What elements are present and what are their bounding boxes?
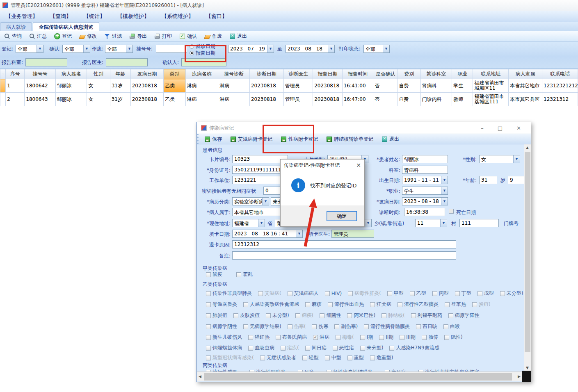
checkbox-icon[interactable] <box>333 346 338 351</box>
chevron-down-icon[interactable]: ▼ <box>383 45 389 52</box>
close-icon[interactable]: ✕ <box>356 162 361 169</box>
table-cell[interactable]: 教师 <box>452 93 473 106</box>
onset-date-picker[interactable]: 2023 - 08 - 18▼ <box>402 197 448 205</box>
void-filter-select[interactable]: 全部▼ <box>105 45 133 53</box>
chevron-down-icon[interactable]: ▼ <box>441 176 448 184</box>
column-header[interactable]: 报告时间 <box>342 69 373 79</box>
chevron-down-icon[interactable]: ▼ <box>37 45 43 52</box>
case-class-select[interactable]: 实验室诊断病▼ <box>232 197 269 205</box>
disease-checkbox[interactable]: 猩红热 <box>248 334 270 341</box>
column-header[interactable]: 类别 <box>164 69 185 79</box>
checkbox-icon[interactable] <box>472 302 477 307</box>
column-header[interactable]: 挂号诊断 <box>218 69 250 79</box>
disease-checkbox[interactable]: 利福平耐药 <box>411 312 442 319</box>
scroll-up-icon[interactable]: ▲ <box>524 144 530 151</box>
table-cell[interactable]: 1 <box>6 79 25 93</box>
column-header[interactable]: 挂号号 <box>25 69 56 79</box>
table-cell[interactable]: 1800643 <box>25 93 56 106</box>
disease-checkbox[interactable]: 流行性感冒 <box>206 369 237 371</box>
diag-time-input[interactable]: 16:38:38 <box>404 208 445 216</box>
menu-item[interactable]: 【业务管理】 <box>6 13 38 20</box>
checkbox-icon[interactable] <box>444 335 449 340</box>
patient-name-input[interactable]: 邹丽冰 <box>402 155 448 163</box>
disease-checkbox[interactable]: 痢疾( <box>295 312 314 319</box>
tab-patient-visit[interactable]: 病人就诊 <box>0 22 32 31</box>
checkbox-icon[interactable] <box>312 324 317 329</box>
disease-checkbox[interactable]: 中型 <box>325 354 341 361</box>
checkbox-checked-icon[interactable]: ✓ <box>313 335 318 340</box>
checkbox-icon[interactable] <box>347 313 352 318</box>
card-no-input[interactable]: 10323 <box>232 155 288 163</box>
chevron-down-icon[interactable]: ▼ <box>441 198 448 205</box>
menu-item[interactable]: 【模板维护】 <box>117 13 149 20</box>
checkbox-icon[interactable] <box>206 324 211 329</box>
disease-checkbox[interactable]: 传染性非典型肺炎 <box>206 290 252 297</box>
checkbox-icon[interactable] <box>260 356 265 360</box>
checkbox-icon[interactable] <box>416 324 421 329</box>
checkbox-icon[interactable] <box>295 313 300 318</box>
checkbox-icon[interactable] <box>328 302 333 307</box>
disease-checkbox[interactable]: 甲型 <box>387 290 404 297</box>
checkbox-icon[interactable] <box>348 291 353 296</box>
disease-checkbox[interactable]: 麻疹 <box>305 301 322 308</box>
checkbox-icon[interactable] <box>448 313 453 318</box>
disease-checkbox[interactable]: 危重型) <box>370 354 393 361</box>
checkbox-icon[interactable] <box>206 272 211 277</box>
checkbox-icon[interactable] <box>364 324 369 329</box>
print-status-select[interactable]: 全部▼ <box>363 45 390 53</box>
column-header[interactable]: 病人姓名 <box>55 69 87 79</box>
disease-checkbox[interactable]: 未分型) <box>360 344 384 351</box>
disease-checkbox[interactable]: 间日疟 <box>305 344 327 351</box>
disease-checkbox[interactable]: 艾滋病( <box>258 290 281 297</box>
disease-checkbox[interactable]: 流行性和地方性斑疹伤寒 <box>418 369 479 371</box>
report-date-radio[interactable]: 报告日期 <box>190 50 215 57</box>
table-cell[interactable]: 淋病 <box>185 79 218 93</box>
table-cell[interactable]: 12312321212 <box>542 79 578 93</box>
tab-infectious-browse[interactable]: 全院传染病病人信息浏览 <box>33 22 99 31</box>
fill-date-picker[interactable]: 2023 - 08 - 18 16 : 41▼ <box>232 230 303 238</box>
disease-checkbox[interactable]: 胎传 <box>422 334 438 341</box>
checkbox-icon[interactable] <box>410 291 415 296</box>
disease-checkbox[interactable]: 流行性乙型脑炎 <box>398 301 439 308</box>
table-row[interactable]: 11800642邹丽冰女31岁20230818乙类淋病淋病20230818管理员… <box>0 79 578 93</box>
disease-checkbox[interactable]: 未分型) <box>500 290 523 297</box>
disease-checkbox[interactable]: 隐性) <box>444 334 463 341</box>
disease-checkbox[interactable]: 无症状感染者 <box>260 354 296 361</box>
table-cell[interactable]: 否 <box>373 93 398 106</box>
column-header[interactable]: 联系地址 <box>473 69 509 79</box>
table-cell[interactable]: 31岁 <box>110 93 130 106</box>
checkbox-icon[interactable] <box>305 302 310 307</box>
disease-checkbox[interactable]: 急性出血性结膜炎 <box>327 369 372 371</box>
checkbox-icon[interactable] <box>288 324 292 329</box>
toolbar-button[interactable]: 退出 <box>228 32 249 40</box>
toolbar-button[interactable]: 退出 <box>380 135 401 143</box>
disease-checkbox[interactable]: 无病原学结果) <box>243 323 281 330</box>
checkbox-icon[interactable] <box>360 346 365 351</box>
disease-checkbox[interactable]: 麻风病 <box>385 369 406 371</box>
checkbox-icon[interactable] <box>379 335 384 340</box>
birth-date-picker[interactable]: 1991 - 11 - 11▼ <box>402 176 448 184</box>
horizontal-scroll-thumb[interactable] <box>204 373 512 381</box>
checkbox-icon[interactable] <box>248 346 253 351</box>
checkbox-icon[interactable] <box>305 346 310 351</box>
disease-checkbox[interactable]: 白喉 <box>443 323 460 330</box>
checkbox-icon[interactable] <box>432 291 437 296</box>
toolbar-button[interactable]: 导出 <box>128 32 148 40</box>
disease-checkbox[interactable]: 丙型 <box>432 290 449 297</box>
disease-checkbox[interactable]: 布鲁氏菌病 <box>276 334 307 341</box>
checkbox-icon[interactable] <box>370 302 375 307</box>
disease-checkbox[interactable]: 登革热 <box>445 301 466 308</box>
vertical-scrollbar[interactable]: ▲ ▼ <box>524 144 531 371</box>
disease-checkbox[interactable]: 梅毒( <box>336 334 354 341</box>
disease-checkbox[interactable]: 阿米巴性) <box>347 312 375 319</box>
disease-checkbox[interactable]: 丁型 <box>455 290 471 297</box>
toolbar-button[interactable]: 作废 <box>203 32 224 40</box>
checkbox-icon[interactable] <box>360 335 365 340</box>
checkbox-icon[interactable] <box>320 313 324 318</box>
chevron-down-icon[interactable]: ▼ <box>262 198 269 205</box>
disease-checkbox[interactable]: 风疹 <box>298 369 314 371</box>
table-cell[interactable]: 自费 <box>398 79 420 93</box>
disease-checkbox[interactable]: 人感染H7N9禽流感 <box>389 344 439 351</box>
table-cell[interactable]: 20230818 <box>130 93 164 106</box>
table-cell[interactable]: 1800642 <box>25 79 56 93</box>
